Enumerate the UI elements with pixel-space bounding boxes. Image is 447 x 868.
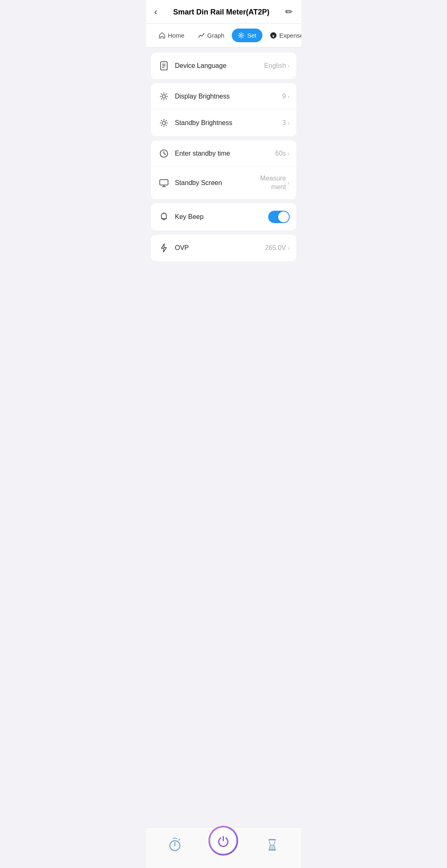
bottom-nav [146,827,301,868]
svg-text:¥: ¥ [272,34,274,38]
setting-row-ovp[interactable]: OVP265.0V› [151,235,296,261]
power-button[interactable] [209,826,238,856]
display-brightness-icon [158,91,170,101]
svg-line-14 [166,94,166,94]
setting-row-standby-brightness[interactable]: Standby Brightness3› [151,110,296,136]
display-brightness-value-text: 9 [282,93,286,100]
svg-rect-31 [268,839,276,840]
timer-nav-button[interactable] [167,837,183,853]
tab-graph-label: Graph [207,32,225,39]
tab-expense-icon: ¥ [270,32,277,39]
standby-brightness-value-text: 3 [282,119,286,127]
standby-screen-chevron: › [288,180,290,186]
edit-button[interactable]: ✏ [285,7,293,17]
standby-screen-value: Measurement› [260,174,290,192]
ovp-value: 265.0V› [265,244,289,252]
tab-set-label: Set [247,32,257,39]
enter-standby-time-value-text: 60s [275,150,286,157]
tab-graph-icon [198,32,205,39]
tab-set-icon [238,32,245,39]
standby-brightness-value: 3› [282,119,290,127]
app-header: ‹ Smart Din Rail Meter(AT2P) ✏ [146,0,301,24]
display-brightness-chevron: › [288,93,290,100]
tab-home-icon [159,32,166,39]
device-language-value: English› [264,62,289,70]
tab-home-label: Home [168,32,185,39]
svg-point-16 [162,121,166,125]
tab-expense-label: Expense [279,32,301,39]
tab-set[interactable]: Set [232,29,262,42]
svg-rect-26 [160,180,168,185]
standby-screen-label: Standby Screen [175,179,260,187]
settings-card: Enter standby time60s› Standby ScreenMea… [151,140,296,199]
settings-card: OVP265.0V› [151,235,296,261]
standby-screen-icon [158,178,170,188]
tab-expense[interactable]: ¥ Expense [264,29,301,42]
back-button[interactable]: ‹ [154,7,157,17]
svg-rect-32 [268,849,276,851]
tab-home[interactable]: Home [153,29,190,42]
settings-card: Display Brightness9› Standby Brightness3… [151,83,296,136]
hourglass-nav-button[interactable] [264,837,280,853]
device-language-icon [158,61,170,71]
setting-row-standby-screen[interactable]: Standby ScreenMeasurement› [151,167,296,199]
svg-line-21 [161,120,161,121]
enter-standby-time-label: Enter standby time [175,150,276,157]
svg-line-24 [161,125,161,125]
standby-brightness-chevron: › [288,120,290,126]
svg-line-15 [161,99,161,99]
tab-graph[interactable]: Graph [192,29,231,42]
key-beep-icon [158,212,170,222]
enter-standby-time-value: 60s› [275,150,289,157]
standby-screen-value-text: Measurement [260,174,286,192]
ovp-label: OVP [175,244,265,252]
key-beep-label: Key Beep [175,213,268,221]
enter-standby-time-icon [158,149,170,159]
setting-row-display-brightness[interactable]: Display Brightness9› [151,83,296,110]
key-beep-toggle[interactable] [268,211,290,223]
svg-point-0 [240,34,242,36]
tab-bar: Home Graph Set ¥ Expense [146,24,301,48]
setting-row-key-beep[interactable]: Key Beep [151,203,296,231]
svg-line-13 [166,99,166,99]
device-language-value-text: English [264,62,286,70]
svg-line-23 [166,120,166,121]
svg-point-7 [162,95,166,98]
settings-section: Device LanguageEnglish› Display Brightne… [146,53,301,261]
enter-standby-time-chevron: › [288,150,290,157]
standby-brightness-icon [158,118,170,128]
standby-brightness-label: Standby Brightness [175,119,282,127]
device-language-chevron: › [288,63,290,69]
setting-row-device-language[interactable]: Device LanguageEnglish› [151,53,296,79]
display-brightness-value: 9› [282,93,290,100]
settings-card: Key Beep [151,203,296,231]
setting-row-enter-standby-time[interactable]: Enter standby time60s› [151,140,296,167]
svg-line-22 [166,125,166,125]
display-brightness-label: Display Brightness [175,93,282,100]
settings-card: Device LanguageEnglish› [151,53,296,79]
ovp-chevron: › [288,245,290,251]
svg-line-12 [161,94,161,94]
page-title: Smart Din Rail Meter(AT2P) [173,8,269,17]
ovp-value-text: 265.0V [265,244,286,252]
ovp-icon [158,243,170,253]
device-language-label: Device Language [175,62,264,70]
